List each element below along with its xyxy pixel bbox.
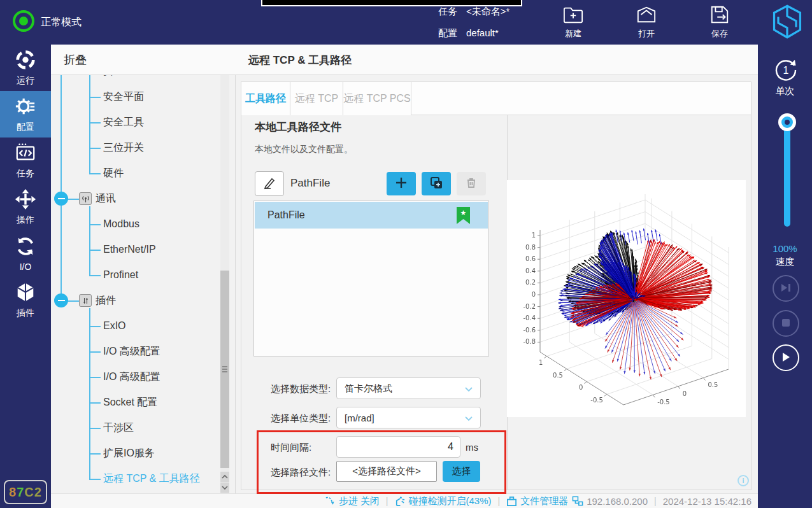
tree-item[interactable]: 安全工具 (103, 115, 144, 130)
tree-item[interactable]: I/O 高级配置 (103, 369, 160, 385)
tree-item-label: 硬件 (103, 167, 124, 180)
cycle-once-icon[interactable]: 1 (772, 56, 800, 87)
tree-item[interactable]: 插件 (96, 293, 116, 308)
sidebar-item-operate[interactable]: 操作 (0, 184, 51, 230)
scrollbar-thumb[interactable] (220, 271, 229, 468)
sidebar-item-config[interactable]: 配置 (0, 91, 51, 138)
tab-remote-tcp-pcs[interactable]: 远程 TCP PCS (343, 82, 411, 115)
add-file-button[interactable] (387, 172, 416, 195)
tree-item[interactable]: 扩展IO服务 (103, 446, 155, 461)
tree-item[interactable]: 安全IO (103, 75, 134, 79)
separator: | (652, 496, 659, 506)
mode-indicator-icon[interactable] (13, 10, 34, 32)
copy-file-button[interactable] (422, 172, 451, 195)
status-bar: 步进 关闭|碰撞检测开启(43%)|文件管理器192.168.0.200|202… (51, 493, 758, 508)
tree-item[interactable]: Profinet (103, 267, 138, 283)
tree-item-label: 通讯 (96, 192, 116, 206)
tree-connector (89, 148, 101, 149)
interval-input[interactable] (336, 436, 460, 458)
tree-item-label: ExIO (103, 320, 126, 332)
status-label: 2024-12-13 15:42:16 (663, 496, 751, 507)
collision-icon (394, 496, 405, 507)
step-mode-status[interactable]: 步进 关闭 (325, 495, 380, 507)
unit-type-label: 选择单位类型: (271, 413, 331, 425)
operate-icon (15, 188, 36, 213)
io-icon (15, 236, 36, 260)
edit-name-button[interactable] (255, 171, 284, 196)
scrollbar-down-button[interactable] (220, 483, 229, 493)
tree-connector (61, 75, 62, 300)
sidebar-item-run[interactable]: 运行 (0, 45, 51, 91)
top-bar: 正常模式 任务 <未命名>* 配置 default* 新建打开保存 (0, 0, 812, 45)
tree-connector (89, 453, 101, 455)
select-button[interactable]: 选择 (443, 461, 480, 482)
delete-file-button[interactable] (457, 172, 486, 195)
stop-icon (781, 318, 790, 329)
tree-item[interactable]: EtherNet/IP (103, 242, 156, 257)
action-label: 保存 (711, 28, 728, 39)
sidebar-item-label: 操作 (17, 215, 34, 226)
tree-connector (89, 224, 101, 225)
tree-collapse-header[interactable]: 折叠 (64, 52, 87, 67)
tree-item[interactable]: 远程 TCP & 工具路径 (103, 471, 200, 486)
file-manager-button[interactable]: 文件管理器 (506, 495, 568, 507)
ip-address: 192.168.0.200 (572, 496, 648, 507)
sidebar-item-label: I/O (20, 262, 32, 272)
file-list-item[interactable]: PathFile ★ (255, 202, 488, 229)
tree-item[interactable]: 三位开关 (103, 140, 144, 155)
action-label: 新建 (565, 28, 581, 39)
info-icon[interactable]: i (737, 475, 749, 486)
tree-item-label: 扩展IO服务 (103, 447, 155, 460)
left-nav: 运行配置任务操作I/O插件 87C2 (0, 45, 51, 508)
play-icon (781, 351, 791, 365)
open-button[interactable]: 打开 (627, 5, 666, 42)
tree-item[interactable]: 安全平面 (103, 89, 144, 104)
tree-item-label: 三位开关 (103, 141, 144, 155)
speed-slider-handle[interactable] (778, 113, 796, 131)
tree-item[interactable]: 通讯 (96, 191, 116, 206)
sidebar-item-task[interactable]: 任务 (0, 138, 51, 184)
tree-connector (89, 206, 90, 275)
tab-tool-path[interactable]: 工具路径 (241, 82, 290, 115)
sidebar-item-label: 配置 (17, 122, 34, 133)
skip-button[interactable] (773, 275, 799, 302)
tree-item-label: Profinet (103, 269, 138, 281)
sidebar-item-label: 插件 (17, 307, 34, 319)
tree-collapse-node[interactable] (54, 192, 68, 206)
speed-slider-track[interactable] (784, 126, 790, 227)
config-label: 配置 (438, 27, 457, 39)
tab-remote-tcp[interactable]: 远程 TCP (290, 82, 343, 115)
tree-scrollbar[interactable] (220, 75, 229, 493)
path-file-picker-button[interactable]: <选择路径文件> (336, 461, 437, 482)
current-file-name: PathFile (290, 177, 330, 190)
status-label: 192.168.0.200 (587, 496, 648, 507)
tree-collapse-node[interactable] (54, 293, 68, 307)
tree-item[interactable]: 干涉区 (103, 420, 134, 435)
app-root: 正常模式 任务 <未命名>* 配置 default* 新建打开保存 运行配置任务… (0, 0, 812, 508)
plugin-icon (15, 281, 36, 306)
sidebar-item-io[interactable]: I/O (0, 230, 51, 277)
tree-connector (89, 75, 90, 173)
tree-item[interactable]: I/O 高级配置 (103, 344, 160, 359)
tree-item[interactable]: ExIO (103, 318, 126, 334)
status-label: 文件管理器 (520, 495, 568, 507)
tree-item[interactable]: 硬件 (103, 166, 124, 181)
stop-button[interactable] (773, 310, 799, 337)
data-type-select[interactable]: 笛卡尔格式 (336, 377, 481, 399)
section-heading: 本地工具路径文件 (255, 120, 341, 134)
cycle-mode-label: 单次 (758, 85, 812, 97)
save-button[interactable]: 保存 (701, 5, 739, 42)
sliders-icon (79, 294, 92, 307)
tree-item[interactable]: Socket 配置 (103, 395, 157, 410)
collision-detection-status[interactable]: 碰撞检测开启(43%) (394, 495, 491, 507)
play-button[interactable] (773, 344, 799, 371)
tree-item-label: EtherNet/IP (103, 244, 156, 255)
unit-type-select[interactable]: [m/rad] (336, 407, 481, 428)
tree-item-label: 干涉区 (103, 421, 134, 435)
new-button[interactable]: 新建 (554, 5, 592, 42)
sidebar-item-plugin[interactable]: 插件 (0, 277, 51, 323)
tree-item[interactable]: Modbus (103, 216, 139, 232)
save-icon (709, 5, 730, 27)
tree-connector (89, 97, 101, 98)
scrollbar-up-button[interactable] (220, 472, 229, 482)
